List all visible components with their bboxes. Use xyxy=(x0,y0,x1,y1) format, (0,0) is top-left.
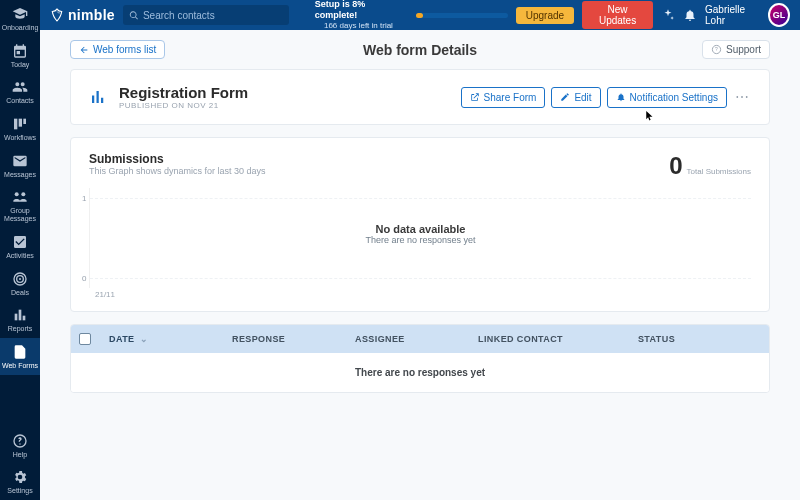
user-name: Gabrielle Lohr xyxy=(705,4,762,26)
back-label: Web forms list xyxy=(93,44,156,55)
no-data-title: No data available xyxy=(365,223,475,235)
sidebar-item-messages[interactable]: Messages xyxy=(0,147,40,184)
search-box[interactable] xyxy=(123,5,289,25)
svg-point-3 xyxy=(15,193,19,197)
sort-desc-icon: ⌄ xyxy=(140,334,148,344)
pencil-icon xyxy=(560,92,570,102)
new-updates-button[interactable]: New Updates xyxy=(582,1,653,29)
checkbox-icon xyxy=(12,234,28,250)
no-data-desc: There are no responses yet xyxy=(365,235,475,245)
notification-settings-button[interactable]: Notification Settings xyxy=(607,87,727,108)
y-tick: 1 xyxy=(82,194,86,203)
chart-desc: This Graph shows dynamics for last 30 da… xyxy=(89,166,266,176)
sidebar-item-workflows[interactable]: Workflows xyxy=(0,110,40,147)
back-to-list-button[interactable]: Web forms list xyxy=(70,40,165,59)
notif-label: Notification Settings xyxy=(630,92,718,103)
sidebar-item-contacts[interactable]: Contacts xyxy=(0,73,40,110)
table-header: DATE ⌄ RESPONSE ASSIGNEE LINKED CONTACT … xyxy=(71,325,769,353)
edit-label: Edit xyxy=(574,92,591,103)
more-menu-button[interactable]: ⋯ xyxy=(733,89,751,105)
col-date-label: DATE xyxy=(109,334,134,344)
svg-text:?: ? xyxy=(715,46,718,52)
svg-point-4 xyxy=(21,193,25,197)
sidebar-item-label: Activities xyxy=(6,252,34,260)
svg-rect-1 xyxy=(19,119,22,127)
col-assignee[interactable]: ASSIGNEE xyxy=(355,334,478,344)
chart-total-label: Total Submissions xyxy=(687,167,751,176)
form-header-card: Registration Form PUBLISHED ON NOV 21 Sh… xyxy=(70,69,770,125)
sidebar-item-label: Deals xyxy=(11,289,29,297)
svg-rect-9 xyxy=(19,310,22,321)
svg-rect-0 xyxy=(14,119,17,130)
col-response[interactable]: RESPONSE xyxy=(232,334,355,344)
col-status[interactable]: STATUS xyxy=(638,334,761,344)
edit-form-button[interactable]: Edit xyxy=(551,87,600,108)
sidebar-item-label: Web Forms xyxy=(2,362,38,370)
submissions-chart-card: Submissions This Graph shows dynamics fo… xyxy=(70,137,770,312)
mouse-cursor-icon xyxy=(646,111,654,121)
sidebar-item-label: Group Messages xyxy=(4,207,36,222)
select-all-checkbox[interactable] xyxy=(79,333,91,345)
sidebar-item-settings[interactable]: Settings xyxy=(0,463,40,500)
columns-icon xyxy=(12,116,28,132)
sidebar-item-label: Help xyxy=(13,451,27,459)
help-circle-icon: ? xyxy=(711,44,722,55)
setup-title: Setup is 8% complete! xyxy=(315,0,402,21)
sparkle-icon[interactable] xyxy=(661,8,675,22)
share-icon xyxy=(470,92,480,102)
graduation-cap-icon xyxy=(12,6,28,22)
share-label: Share Form xyxy=(484,92,537,103)
arrow-left-icon xyxy=(79,45,89,55)
chart-plot-area: 1 0 No data available There are no respo… xyxy=(89,188,751,288)
sidebar: Onboarding Today Contacts Workflows Mess… xyxy=(0,0,40,500)
sidebar-item-reports[interactable]: Reports xyxy=(0,301,40,338)
sidebar-item-help[interactable]: Help xyxy=(0,427,40,464)
support-button[interactable]: ? Support xyxy=(702,40,770,59)
share-form-button[interactable]: Share Form xyxy=(461,87,546,108)
file-form-icon xyxy=(12,344,28,360)
upgrade-button[interactable]: Upgrade xyxy=(516,7,574,24)
svg-rect-15 xyxy=(92,96,94,104)
brand-name: nimble xyxy=(68,7,115,23)
svg-point-12 xyxy=(19,443,20,444)
sidebar-item-label: Workflows xyxy=(4,134,36,142)
setup-status: Setup is 8% complete! 166 days left in t… xyxy=(315,0,402,31)
sidebar-item-label: Today xyxy=(11,61,30,69)
sidebar-item-today[interactable]: Today xyxy=(0,37,40,74)
y-tick: 0 xyxy=(82,274,86,283)
top-bar: nimble Setup is 8% complete! 166 days le… xyxy=(40,0,800,30)
users-icon xyxy=(12,79,28,95)
sidebar-item-onboarding[interactable]: Onboarding xyxy=(0,0,40,37)
envelope-icon xyxy=(12,153,28,169)
col-date[interactable]: DATE ⌄ xyxy=(109,334,232,344)
help-circle-icon xyxy=(12,433,28,449)
chart-title: Submissions xyxy=(89,152,266,166)
table-empty-row: There are no responses yet xyxy=(71,353,769,392)
svg-rect-17 xyxy=(101,98,103,103)
svg-rect-8 xyxy=(15,314,18,321)
svg-rect-16 xyxy=(97,91,99,103)
support-label: Support xyxy=(726,44,761,55)
calendar-day-icon xyxy=(12,43,28,59)
search-input[interactable] xyxy=(143,10,283,21)
sidebar-item-group-messages[interactable]: Group Messages xyxy=(0,183,40,227)
bar-chart-icon xyxy=(12,307,28,323)
responses-table: DATE ⌄ RESPONSE ASSIGNEE LINKED CONTACT … xyxy=(70,324,770,393)
sidebar-item-web-forms[interactable]: Web Forms xyxy=(0,338,40,375)
brand[interactable]: nimble xyxy=(50,7,115,23)
setup-progress-bar xyxy=(416,13,508,18)
sidebar-item-label: Reports xyxy=(8,325,33,333)
user-menu[interactable]: Gabrielle Lohr GL xyxy=(705,3,790,27)
col-linked-contact[interactable]: LINKED CONTACT xyxy=(478,334,638,344)
bell-icon xyxy=(616,92,626,102)
sidebar-item-deals[interactable]: Deals xyxy=(0,265,40,302)
nimble-logo-icon xyxy=(50,8,64,22)
sidebar-item-activities[interactable]: Activities xyxy=(0,228,40,265)
svg-rect-2 xyxy=(23,119,26,124)
form-title: Registration Form xyxy=(119,84,248,101)
sidebar-item-label: Settings xyxy=(7,487,32,495)
sidebar-item-label: Messages xyxy=(4,171,36,179)
form-published: PUBLISHED ON NOV 21 xyxy=(119,101,248,110)
x-axis-label: 21/11 xyxy=(95,290,751,299)
bell-icon[interactable] xyxy=(683,8,697,22)
